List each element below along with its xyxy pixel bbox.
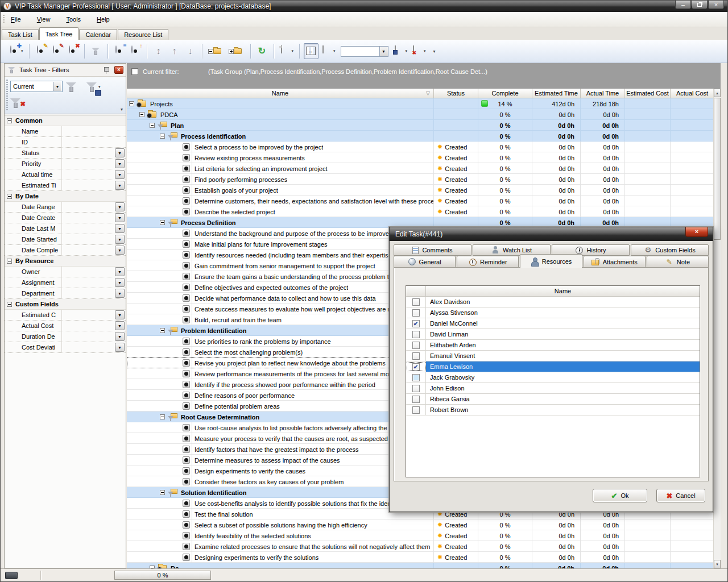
dropdown-button[interactable]: ▼ <box>115 278 125 287</box>
task-name-cell[interactable]: Select a process to be improved by the p… <box>127 142 434 152</box>
status-cell[interactable]: ✸Created <box>434 206 478 217</box>
actual-cost-cell[interactable] <box>671 185 713 196</box>
estimated-cost-cell[interactable] <box>625 98 671 109</box>
actual-cost-cell[interactable] <box>671 206 713 217</box>
actual-time-cell[interactable]: 0d 0h <box>581 541 625 552</box>
estimated-time-cell[interactable]: 0d 0h <box>532 541 581 552</box>
dropdown-button[interactable]: ▼ <box>115 159 125 168</box>
complete-cell[interactable]: 0 % <box>478 142 532 152</box>
task-name-cell[interactable]: Measure your process to verify that the … <box>127 433 434 444</box>
complete-cell[interactable]: 0 % <box>478 519 532 530</box>
complete-cell[interactable]: 0 % <box>478 552 532 563</box>
dropdown-button[interactable]: ▼ <box>115 310 125 319</box>
task-name-cell[interactable]: Identify resources needed (including tea… <box>127 250 434 260</box>
estimated-time-cell[interactable]: 0d 0h <box>532 196 581 206</box>
scroll-up-button[interactable]: ▲ <box>714 89 721 97</box>
resource-checkbox[interactable] <box>412 406 420 414</box>
task-row[interactable]: Designing experiments to verify the solu… <box>127 552 713 563</box>
resource-name-cell[interactable]: Robert Brown <box>426 405 700 415</box>
resource-checkbox[interactable] <box>412 309 420 317</box>
task-name-cell[interactable]: Revise you project plan to reflect new k… <box>127 357 434 368</box>
filter-panel-close-button[interactable]: × <box>114 66 123 74</box>
column-header-complete[interactable]: Complete <box>478 89 532 98</box>
delete-report-button[interactable]: ✖▾ <box>410 43 428 59</box>
panel-menu-arrow[interactable]: ▾ <box>121 107 123 112</box>
filter-section-by-date[interactable]: By Date <box>5 191 126 202</box>
task-row[interactable]: Find poorly performing processes✸Created… <box>127 174 713 185</box>
estimated-cost-cell[interactable] <box>625 552 671 563</box>
menu-file[interactable]: File <box>10 15 22 24</box>
estimated-cost-cell[interactable] <box>625 163 671 174</box>
scroll-down-button[interactable]: ▼ <box>714 560 721 568</box>
resource-name-cell[interactable]: Emma Lewison <box>426 361 700 372</box>
title-bar[interactable]: V VIP Task Manager Professional [ User: … <box>1 1 727 12</box>
filter-field-value[interactable] <box>61 202 114 212</box>
complete-cell[interactable]: 14 % <box>478 98 532 109</box>
group-row[interactable]: PDCA0 %0d 0h0d 0h <box>127 109 713 120</box>
resource-checkbox[interactable] <box>412 342 420 349</box>
actual-time-cell[interactable]: 0d 0h <box>581 196 625 206</box>
restore-button[interactable] <box>692 1 708 9</box>
filter-field-value[interactable] <box>61 126 114 136</box>
checkbox-cell[interactable] <box>406 405 426 415</box>
filter-field-value[interactable] <box>61 267 114 277</box>
actual-time-cell[interactable]: 0d 0h <box>581 563 625 568</box>
estimated-cost-cell[interactable] <box>625 541 671 552</box>
resource-checkbox[interactable] <box>412 352 420 360</box>
new-subtask-button[interactable]: ✎ <box>34 43 48 59</box>
save-filter-button[interactable]: ▾ <box>86 80 101 94</box>
actual-time-cell[interactable]: 0d 0h <box>581 142 625 152</box>
group-row[interactable]: Plan0 %0d 0h0d 0h <box>127 120 713 131</box>
estimated-time-cell[interactable]: 0d 0h <box>532 519 581 530</box>
actual-time-cell[interactable]: 0d 0h <box>581 120 625 131</box>
collapse-icon[interactable] <box>7 259 12 264</box>
actual-time-cell[interactable]: 0d 0h <box>581 174 625 185</box>
task-name-cell[interactable]: Review existing process measurements <box>127 152 434 163</box>
resource-name-cell[interactable]: David Linman <box>426 329 700 339</box>
dialog-close-button[interactable]: × <box>685 227 708 237</box>
task-name-cell[interactable]: Consider these factors as key causes of … <box>127 476 434 487</box>
task-name-cell[interactable]: Review performance measurements of the p… <box>127 368 434 379</box>
resource-row[interactable]: Ribeca Garsia <box>406 394 700 405</box>
filter-field-value[interactable] <box>61 159 114 169</box>
cancel-button[interactable]: ✖ Cancel <box>656 489 705 502</box>
task-name-cell[interactable]: Examine related processes to ensure that… <box>127 541 434 552</box>
dropdown-button[interactable]: ▼ <box>115 343 125 352</box>
actual-time-cell[interactable]: 218d 18h <box>581 98 625 109</box>
estimated-cost-cell[interactable] <box>625 120 671 131</box>
name-column-header[interactable]: Name <box>426 286 700 296</box>
move-down-button[interactable]: ↓ <box>183 43 198 59</box>
status-cell[interactable]: ✸Created <box>434 196 478 206</box>
status-cell[interactable]: ✸Created <box>434 185 478 196</box>
resource-row[interactable]: Elithabeth Arden <box>406 340 700 351</box>
complete-cell[interactable]: 0 % <box>478 174 532 185</box>
minimize-button[interactable]: – <box>675 1 691 9</box>
actual-time-cell[interactable]: 0d 0h <box>581 152 625 163</box>
estimated-cost-cell[interactable] <box>625 174 671 185</box>
complete-cell[interactable]: 0 % <box>478 109 532 120</box>
scrollbar-thumb[interactable] <box>714 98 721 240</box>
resource-name-cell[interactable]: Alex Davidson <box>426 297 700 307</box>
estimated-time-cell[interactable]: 0d 0h <box>532 131 581 142</box>
estimated-cost-cell[interactable] <box>625 530 671 541</box>
delete-task-button[interactable]: ✖ <box>65 43 80 59</box>
actual-time-cell[interactable]: 0d 0h <box>581 519 625 530</box>
resource-name-cell[interactable]: Elithabeth Arden <box>426 340 700 350</box>
complete-cell[interactable]: 0 % <box>478 206 532 217</box>
status-cell[interactable]: ✸Created <box>434 541 478 552</box>
actual-time-cell[interactable]: 0d 0h <box>581 206 625 217</box>
tree-expander[interactable] <box>160 490 165 495</box>
tree-expander[interactable] <box>160 134 165 139</box>
status-cell[interactable] <box>434 109 478 120</box>
tab-task-list[interactable]: Task List <box>2 29 39 40</box>
actual-cost-cell[interactable] <box>671 131 713 142</box>
complete-cell[interactable]: 0 % <box>478 120 532 131</box>
dialog-tab-general[interactable]: General <box>394 256 456 268</box>
complete-cell[interactable]: 0 % <box>478 131 532 142</box>
estimated-cost-cell[interactable] <box>625 519 671 530</box>
tree-expander[interactable] <box>160 220 165 225</box>
dialog-tab-comments[interactable]: Comments <box>394 244 471 256</box>
actual-cost-cell[interactable] <box>671 519 713 530</box>
task-name-cell[interactable]: Ensure the team gains a basic understand… <box>127 271 434 282</box>
column-header-name[interactable]: Name▽ <box>127 89 434 98</box>
